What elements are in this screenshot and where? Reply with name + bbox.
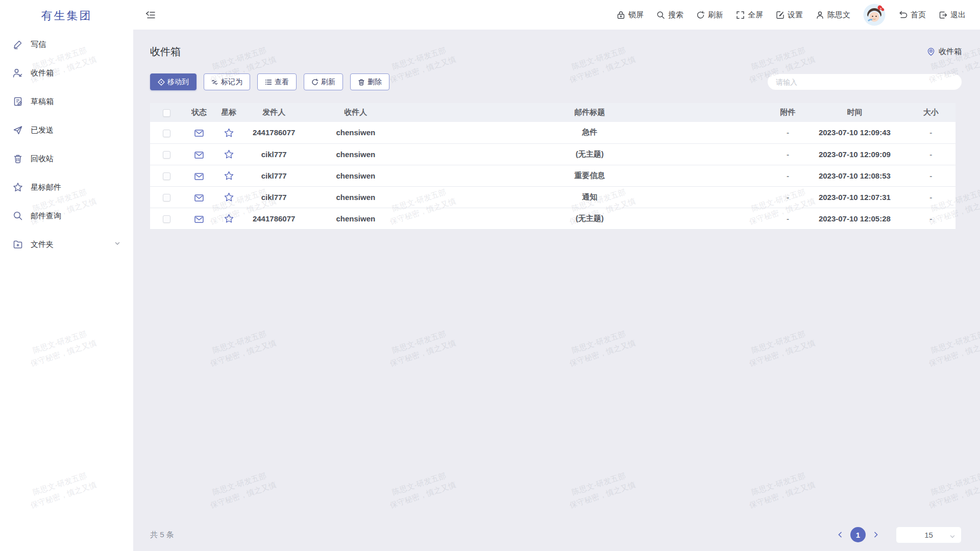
time-cell: 2023-07-10 12:05:28 <box>803 208 906 229</box>
page-size-select[interactable]: 15 <box>896 527 962 543</box>
settings-icon <box>776 11 785 19</box>
sidebar-item-sent[interactable]: 已发送 <box>0 116 133 144</box>
sidebar-item-drafts[interactable]: 草稿箱 <box>0 87 133 116</box>
main-content: 收件箱 收件箱 移动到 标记为 查看 刷新 删除 <box>133 30 980 551</box>
logout-icon <box>939 11 947 19</box>
star-toggle-icon[interactable] <box>224 128 234 138</box>
sidebar-item-starred[interactable]: 星标邮件 <box>0 173 133 202</box>
table-row[interactable]: 2441786077 chensiwen (无主题) - 2023-07-10 … <box>150 208 955 229</box>
topbar-actions: 锁屏 搜索 刷新 全屏 设置 陈思文 首页 <box>617 4 980 26</box>
sender-cell: 2441786077 <box>243 122 305 143</box>
subject-cell: (无主题) <box>407 208 772 229</box>
sidebar-item-label: 写信 <box>31 40 46 49</box>
row-checkbox[interactable] <box>163 215 170 223</box>
recipient-cell: chensiwen <box>305 186 407 208</box>
col-attachment: 附件 <box>772 103 803 122</box>
star-toggle-icon[interactable] <box>224 171 234 181</box>
sidebar-item-label: 邮件查询 <box>31 211 61 221</box>
recipient-cell: chensiwen <box>305 122 407 143</box>
subject-cell: 急件 <box>407 122 772 143</box>
size-cell: - <box>906 143 955 165</box>
sidebar-item-label: 草稿箱 <box>31 97 54 107</box>
row-checkbox[interactable] <box>163 172 170 180</box>
subject-cell: 重要信息 <box>407 165 772 186</box>
time-cell: 2023-07-10 12:09:09 <box>803 143 906 165</box>
sidebar-nav: 写信 收件箱 草稿箱 已发送 回收站 <box>0 30 133 259</box>
mail-table: 状态 星标 发件人 收件人 邮件标题 附件 时间 大小 2441786077 c… <box>150 103 955 230</box>
lock-screen-button[interactable]: 锁屏 <box>617 10 644 20</box>
unread-mail-icon <box>194 130 204 137</box>
attachment-cell: - <box>772 186 803 208</box>
table-header-row: 状态 星标 发件人 收件人 邮件标题 附件 时间 大小 <box>150 103 955 122</box>
sidebar: 有生集团 写信 收件箱 草稿箱 已发送 <box>0 0 133 551</box>
pagination: 1 15 <box>834 527 962 543</box>
topbar: 锁屏 搜索 刷新 全屏 设置 陈思文 首页 <box>133 0 980 30</box>
breadcrumb-label: 收件箱 <box>939 47 962 57</box>
breadcrumb: 收件箱 <box>927 47 962 57</box>
col-subject: 邮件标题 <box>407 103 772 122</box>
home-button[interactable]: 首页 <box>898 10 926 20</box>
mark-as-button[interactable]: 标记为 <box>204 73 250 90</box>
table-row[interactable]: cikl777 chensiwen (无主题) - 2023-07-10 12:… <box>150 143 955 165</box>
total-count: 共 5 条 <box>150 530 174 540</box>
sidebar-item-inbox[interactable]: 收件箱 <box>0 59 133 87</box>
select-all-checkbox[interactable] <box>163 109 170 117</box>
delete-button[interactable]: 删除 <box>350 73 389 90</box>
search-button[interactable]: 搜索 <box>656 10 683 20</box>
avatar[interactable] <box>863 4 886 26</box>
refresh-icon <box>696 11 705 19</box>
time-cell: 2023-07-10 12:09:43 <box>803 122 906 143</box>
next-page-button[interactable] <box>869 528 883 541</box>
table-row[interactable]: 2441786077 chensiwen 急件 - 2023-07-10 12:… <box>150 122 955 143</box>
star-toggle-icon[interactable] <box>224 214 234 223</box>
col-sender: 发件人 <box>243 103 305 122</box>
sidebar-item-mail-search[interactable]: 邮件查询 <box>0 202 133 230</box>
row-checkbox[interactable] <box>163 151 170 159</box>
recipient-cell: chensiwen <box>305 165 407 186</box>
home-icon <box>898 11 908 19</box>
size-cell: - <box>906 165 955 186</box>
row-checkbox[interactable] <box>163 130 170 137</box>
row-checkbox[interactable] <box>163 194 170 202</box>
user-menu[interactable]: 陈思文 <box>816 10 850 20</box>
settings-button[interactable]: 设置 <box>776 10 803 20</box>
inbox-icon <box>12 68 23 79</box>
sender-cell: cikl777 <box>243 143 305 165</box>
draft-icon <box>12 96 23 107</box>
pin-icon <box>927 47 935 56</box>
move-to-button[interactable]: 移动到 <box>150 73 197 90</box>
unread-mail-icon <box>194 173 204 180</box>
time-cell: 2023-07-10 12:07:31 <box>803 186 906 208</box>
list-icon <box>265 79 272 86</box>
size-cell: - <box>906 208 955 229</box>
attachment-cell: - <box>772 165 803 186</box>
collapse-sidebar-icon[interactable] <box>145 11 155 19</box>
view-button[interactable]: 查看 <box>257 73 297 90</box>
prev-page-button[interactable] <box>834 528 847 541</box>
page-number[interactable]: 1 <box>850 527 866 542</box>
sidebar-item-compose[interactable]: 写信 <box>0 30 133 59</box>
col-recipient: 收件人 <box>305 103 407 122</box>
app-logo: 有生集团 <box>0 0 133 30</box>
table-row[interactable]: cikl777 chensiwen 通知 - 2023-07-10 12:07:… <box>150 186 955 208</box>
unread-mail-icon <box>194 216 204 223</box>
fullscreen-icon <box>736 11 745 19</box>
recipient-cell: chensiwen <box>305 143 407 165</box>
attachment-cell: - <box>772 122 803 143</box>
sidebar-item-trash[interactable]: 回收站 <box>0 144 133 173</box>
refresh-list-button[interactable]: 刷新 <box>304 73 343 90</box>
logout-button[interactable]: 退出 <box>939 10 966 20</box>
table-row[interactable]: cikl777 chensiwen 重要信息 - 2023-07-10 12:0… <box>150 165 955 186</box>
sidebar-item-folders[interactable]: 文件夹 <box>0 230 133 259</box>
search-input[interactable] <box>768 74 962 90</box>
fullscreen-button[interactable]: 全屏 <box>736 10 763 20</box>
size-cell: - <box>906 122 955 143</box>
star-toggle-icon[interactable] <box>224 149 234 159</box>
toolbar: 移动到 标记为 查看 刷新 删除 <box>150 73 962 90</box>
recipient-cell: chensiwen <box>305 208 407 229</box>
star-toggle-icon[interactable] <box>224 192 234 202</box>
mark-icon <box>211 79 218 86</box>
refresh-button[interactable]: 刷新 <box>696 10 723 20</box>
sidebar-item-label: 星标邮件 <box>31 183 61 192</box>
col-status: 状态 <box>184 103 214 122</box>
